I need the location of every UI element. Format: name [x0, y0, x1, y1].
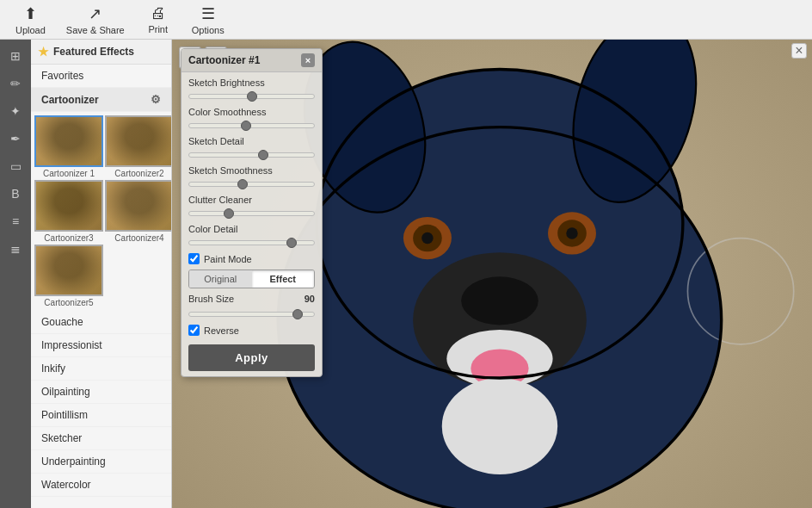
- options-button[interactable]: ☰ Options: [183, 1, 233, 39]
- layers-icon-btn[interactable]: ⊞: [3, 43, 28, 69]
- sidebar-item-oilpainting[interactable]: Oilpainting: [31, 381, 171, 404]
- sidebar-item-favorites[interactable]: Favorites: [31, 65, 171, 88]
- reverse-checkbox[interactable]: [188, 325, 200, 336]
- sketch-detail-row: Sketch Detail: [188, 136, 315, 160]
- pointillism-label: Pointillism: [41, 409, 88, 421]
- thumb-cartoonizer5[interactable]: Cartoonizer5: [34, 245, 103, 307]
- sketch-detail-slider[interactable]: [188, 152, 315, 158]
- featured-label: Featured Effects: [53, 46, 134, 58]
- sidebar-item-impressionist[interactable]: Impressionist: [31, 334, 171, 357]
- wand-icon-btn[interactable]: ✦: [3, 98, 28, 124]
- upload-label: Upload: [15, 25, 46, 35]
- canvas-area: ↩ 🔍 × Cartoonizer #1 × Sketch Brightness: [172, 40, 812, 508]
- featured-header[interactable]: ★ Featured Effects: [31, 40, 171, 65]
- main-area: ⊞ ✏ ✦ ✒ ▭ B ≡ ≣ ★ Featured Effects Favor…: [0, 40, 812, 508]
- panel-header: Cartoonizer #1 ×: [181, 49, 322, 72]
- clutter-cleaner-slider[interactable]: [188, 211, 315, 216]
- icon-strip: ⊞ ✏ ✦ ✒ ▭ B ≡ ≣: [0, 40, 31, 508]
- reverse-label: Reverse: [204, 325, 239, 336]
- sketch-brightness-row: Sketch Brightness: [188, 77, 315, 102]
- paint-mode-label: Paint Mode: [204, 254, 252, 264]
- toggle-group: Original Effect: [188, 269, 315, 288]
- oilpainting-label: Oilpainting: [41, 386, 90, 398]
- sketch-smoothness-label: Sketch Smoothness: [188, 165, 315, 176]
- save-share-icon: ↗: [89, 4, 102, 23]
- brush-size-label: Brush Size: [188, 294, 234, 304]
- bold-icon-btn[interactable]: B: [3, 181, 28, 207]
- sidebar-item-pointillism[interactable]: Pointillism: [31, 404, 171, 427]
- thumb-label-1: Cartoonizer 1: [43, 169, 95, 178]
- svg-point-12: [566, 227, 577, 239]
- sidebar-item-inkify[interactable]: Inkify: [31, 357, 171, 381]
- brush-icon-btn[interactable]: ✏: [3, 71, 28, 96]
- inkify-label: Inkify: [41, 362, 65, 375]
- close-button[interactable]: ×: [791, 43, 807, 59]
- stack-icon-btn[interactable]: ≡: [3, 208, 28, 234]
- svg-point-9: [421, 232, 433, 244]
- sketch-smoothness-slider[interactable]: [188, 182, 315, 187]
- underpainting-label: Underpainting: [41, 455, 106, 468]
- sidebar-item-watercolor[interactable]: Watercolor: [31, 474, 171, 497]
- save-share-button[interactable]: ↗ Save & Share: [58, 1, 133, 39]
- color-detail-slider[interactable]: [188, 240, 315, 245]
- thumb-cartoonizer1[interactable]: Cartoonizer 1: [34, 115, 103, 178]
- thumb-label-4: Cartoonizer4: [114, 233, 163, 243]
- print-icon: 🖨: [151, 4, 166, 22]
- panel-close-button[interactable]: ×: [301, 53, 315, 67]
- color-smoothness-slider[interactable]: [188, 123, 315, 128]
- sketch-brightness-slider[interactable]: [188, 94, 315, 99]
- lines-icon-btn[interactable]: ≣: [3, 236, 28, 262]
- toolbar: ⬆ Upload ↗ Save & Share 🖨 Print ☰ Option…: [0, 0, 812, 40]
- color-detail-label: Color Detail: [188, 224, 315, 234]
- sidebar-item-cartoonizer[interactable]: Cartoonizer ⚙: [31, 88, 171, 112]
- settings-panel: Cartoonizer #1 × Sketch Brightness Color…: [181, 48, 323, 377]
- print-label: Print: [148, 24, 168, 34]
- star-icon: ★: [38, 45, 49, 59]
- color-smoothness-label: Color Smoothness: [188, 107, 315, 117]
- sidebar-item-gouache[interactable]: Gouache: [31, 311, 171, 334]
- sidebar-item-underpainting[interactable]: Underpainting: [31, 450, 171, 474]
- thumb-canvas-3: [34, 180, 103, 232]
- upload-button[interactable]: ⬆ Upload: [7, 1, 54, 39]
- options-icon: ☰: [201, 4, 215, 23]
- options-label: Options: [192, 25, 225, 35]
- sketch-detail-label: Sketch Detail: [188, 136, 315, 146]
- brush-size-slider-row: [188, 307, 315, 319]
- color-detail-row: Color Detail: [188, 224, 315, 248]
- thumb-cartoonizer2[interactable]: Cartoonizer2: [105, 115, 171, 178]
- paint-mode-row: Paint Mode: [188, 253, 315, 264]
- svg-point-6: [461, 276, 538, 325]
- cartoonizer-settings-icon[interactable]: ⚙: [151, 93, 161, 106]
- impressionist-label: Impressionist: [41, 339, 102, 351]
- brush-size-slider[interactable]: [188, 312, 315, 317]
- sketch-brightness-label: Sketch Brightness: [188, 77, 315, 88]
- original-toggle[interactable]: Original: [189, 270, 252, 288]
- favorites-label: Favorites: [41, 70, 83, 82]
- paint-mode-checkbox[interactable]: [188, 253, 200, 264]
- gouache-label: Gouache: [41, 316, 83, 328]
- clutter-cleaner-label: Clutter Cleaner: [188, 195, 315, 205]
- thumb-label-5: Cartoonizer5: [44, 298, 93, 307]
- clutter-cleaner-row: Clutter Cleaner: [188, 195, 315, 219]
- sidebar-inner: ⊞ ✏ ✦ ✒ ▭ B ≡ ≣ ★ Featured Effects Favor…: [0, 40, 171, 508]
- apply-button[interactable]: Apply: [188, 344, 315, 371]
- film-icon-btn[interactable]: ▭: [3, 153, 28, 179]
- panel-title: Cartoonizer #1: [188, 54, 260, 66]
- thumb-canvas-2: [105, 115, 171, 167]
- thumb-canvas-1: [34, 115, 103, 167]
- brush-size-row: Brush Size 90: [188, 294, 315, 304]
- sidebar-list: ★ Featured Effects Favorites Cartoonizer…: [31, 40, 171, 508]
- thumbnail-grid: Cartoonizer 1 Cartoonizer2 C: [31, 112, 171, 311]
- brush-size-value: 90: [304, 294, 315, 304]
- thumb-cartoonizer3[interactable]: Cartoonizer3: [34, 180, 103, 243]
- thumb-canvas-5: [34, 245, 103, 296]
- pencil-icon-btn[interactable]: ✒: [3, 126, 28, 152]
- thumb-cartoonizer4[interactable]: Cartoonizer4: [105, 180, 171, 243]
- close-icon: ×: [795, 43, 803, 59]
- print-button[interactable]: 🖨 Print: [137, 1, 180, 38]
- effect-toggle[interactable]: Effect: [252, 270, 315, 288]
- upload-icon: ⬆: [24, 4, 37, 23]
- svg-point-15: [442, 378, 557, 474]
- sidebar-item-sketcher[interactable]: Sketcher: [31, 427, 171, 450]
- panel-close-icon: ×: [305, 55, 311, 65]
